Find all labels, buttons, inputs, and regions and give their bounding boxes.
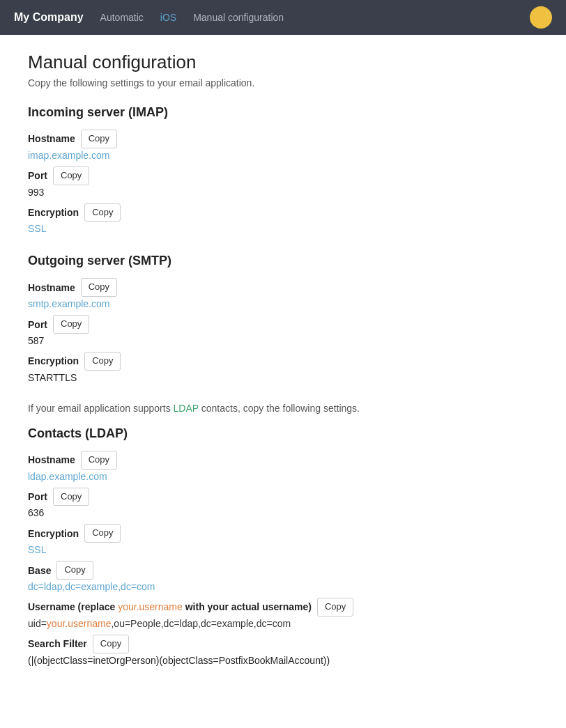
outgoing-hostname-field: Hostname Copy smtp.example.com — [28, 278, 516, 309]
outgoing-server-heading: Outgoing server (SMTP) — [28, 254, 516, 268]
brand-name: My Company — [14, 11, 84, 24]
outgoing-encryption-field: Encryption Copy STARTTLS — [28, 352, 516, 383]
ldap-port-field: Port Copy 636 — [28, 488, 516, 519]
incoming-port-label: Port — [28, 170, 47, 181]
nav-automatic[interactable]: Automatic — [100, 12, 144, 23]
outgoing-port-copy-button[interactable]: Copy — [53, 315, 89, 334]
page-title: Manual configuration — [28, 52, 516, 73]
outgoing-port-field: Port Copy 587 — [28, 315, 516, 346]
outgoing-hostname-value: smtp.example.com — [28, 298, 516, 309]
ldap-encryption-label: Encryption — [28, 528, 79, 539]
nav-ios[interactable]: iOS — [160, 12, 176, 23]
incoming-encryption-value: SSL — [28, 223, 516, 234]
ldap-port-label: Port — [28, 491, 47, 502]
incoming-encryption-label: Encryption — [28, 207, 79, 218]
ldap-encryption-field: Encryption Copy SSL — [28, 524, 516, 555]
ldap-hostname-field: Hostname Copy ldap.example.com — [28, 451, 516, 482]
outgoing-hostname-copy-button[interactable]: Copy — [81, 278, 117, 297]
ldap-search-filter-field: Search Filter Copy (|(objectClass=inetOr… — [28, 635, 516, 666]
ldap-base-field: Base Copy dc=ldap,dc=example,dc=com — [28, 561, 516, 592]
ldap-username-value: uid=your.username,ou=People,dc=ldap,dc=e… — [28, 618, 516, 629]
ldap-base-copy-button[interactable]: Copy — [56, 561, 93, 580]
ldap-base-value: dc=ldap,dc=example,dc=com — [28, 581, 516, 592]
ldap-hostname-value: ldap.example.com — [28, 471, 516, 482]
ldap-hostname-label: Hostname — [28, 454, 75, 465]
ldap-username-label: Username (replace your.username with you… — [28, 601, 312, 612]
incoming-hostname-label: Hostname — [28, 133, 75, 144]
ldap-search-filter-label: Search Filter — [28, 638, 87, 649]
contacts-ldap-section: Contacts (LDAP) Hostname Copy ldap.examp… — [28, 426, 516, 666]
incoming-server-heading: Incoming server (IMAP) — [28, 105, 516, 120]
ldap-encryption-copy-button[interactable]: Copy — [84, 524, 121, 543]
ldap-encryption-value: SSL — [28, 544, 516, 555]
ldap-search-filter-copy-button[interactable]: Copy — [93, 635, 129, 653]
incoming-hostname-value: imap.example.com — [28, 150, 516, 161]
ldap-base-label: Base — [28, 565, 51, 576]
incoming-hostname-field: Hostname Copy imap.example.com — [28, 130, 516, 161]
ldap-search-filter-value: (|(objectClass=inetOrgPerson)(objectClas… — [28, 655, 516, 666]
outgoing-port-label: Port — [28, 319, 47, 330]
nav-manual-config[interactable]: Manual configuration — [193, 12, 284, 23]
avatar[interactable] — [530, 6, 552, 29]
main-content: Manual configuration Copy the following … — [0, 35, 544, 702]
ldap-username-copy-button[interactable]: Copy — [317, 598, 353, 617]
incoming-port-value: 993 — [28, 187, 516, 198]
outgoing-encryption-copy-button[interactable]: Copy — [84, 352, 121, 371]
outgoing-encryption-value: STARTTLS — [28, 372, 516, 383]
outgoing-hostname-label: Hostname — [28, 282, 75, 293]
ldap-port-copy-button[interactable]: Copy — [53, 488, 89, 506]
incoming-port-field: Port Copy 993 — [28, 166, 516, 198]
contacts-ldap-heading: Contacts (LDAP) — [28, 426, 516, 441]
outgoing-encryption-label: Encryption — [28, 355, 79, 366]
navbar: My Company Automatic iOS Manual configur… — [0, 0, 566, 35]
page-subtitle: Copy the following settings to your emai… — [28, 77, 516, 88]
incoming-server-section: Incoming server (IMAP) Hostname Copy ima… — [28, 105, 516, 234]
incoming-encryption-copy-button[interactable]: Copy — [84, 203, 121, 222]
ldap-port-value: 636 — [28, 507, 516, 518]
outgoing-server-section: Outgoing server (SMTP) Hostname Copy smt… — [28, 254, 516, 382]
incoming-port-copy-button[interactable]: Copy — [53, 166, 89, 185]
incoming-encryption-field: Encryption Copy SSL — [28, 203, 516, 235]
outgoing-port-value: 587 — [28, 335, 516, 346]
ldap-hostname-copy-button[interactable]: Copy — [81, 451, 117, 470]
incoming-hostname-copy-button[interactable]: Copy — [81, 130, 117, 148]
ldap-username-field: Username (replace your.username with you… — [28, 598, 516, 629]
ldap-info-text: If your email application supports LDAP … — [28, 403, 516, 414]
